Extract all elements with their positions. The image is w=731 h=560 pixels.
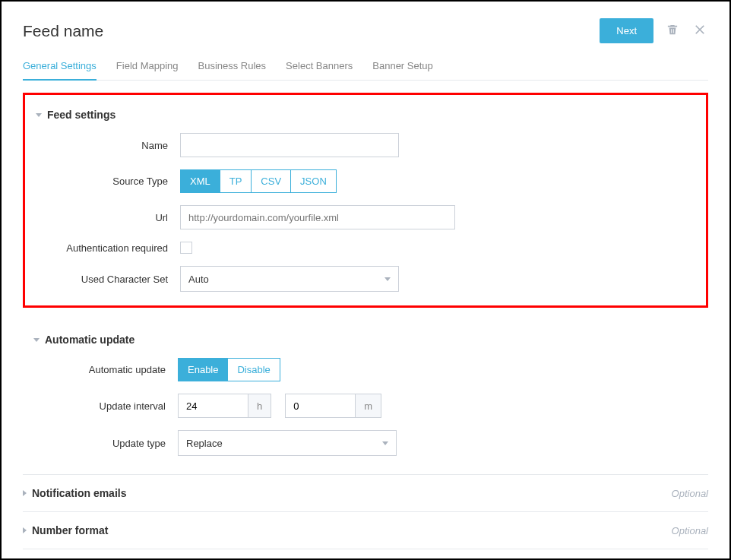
source-type-group: XML TP CSV JSON: [180, 169, 337, 193]
source-type-csv[interactable]: CSV: [251, 169, 291, 193]
minutes-unit: m: [355, 394, 381, 418]
tabs: General Settings Field Mapping Business …: [23, 60, 708, 81]
number-format-title: Number format: [32, 524, 108, 536]
source-type-json[interactable]: JSON: [290, 169, 337, 193]
url-input[interactable]: [180, 205, 455, 229]
feed-settings-title: Feed settings: [47, 109, 116, 121]
automatic-update-header[interactable]: Automatic update: [33, 334, 698, 346]
next-button[interactable]: Next: [600, 18, 653, 43]
update-type-select[interactable]: Replace: [178, 430, 397, 456]
charset-select[interactable]: Auto: [180, 266, 399, 292]
notification-emails-title: Notification emails: [32, 487, 126, 499]
source-type-xml[interactable]: XML: [180, 169, 220, 193]
chevron-down-icon: [36, 113, 42, 117]
chevron-right-icon: [23, 527, 27, 533]
optional-badge: Optional: [672, 525, 708, 536]
page-title: Feed name: [23, 22, 103, 40]
number-format-header[interactable]: Number format Optional: [23, 511, 708, 549]
chevron-right-icon: [23, 490, 27, 496]
feed-settings-section: Feed settings Name Source Type XML TP CS…: [23, 93, 708, 308]
trash-icon[interactable]: [664, 21, 681, 40]
update-type-value: Replace: [186, 438, 223, 449]
auth-checkbox[interactable]: [180, 242, 192, 254]
source-type-label: Source Type: [36, 176, 180, 187]
interval-hours-input[interactable]: [178, 394, 248, 418]
automatic-update-section: Automatic update Automatic update Enable…: [23, 320, 708, 474]
hours-unit: h: [248, 394, 271, 418]
auto-update-disable[interactable]: Disable: [227, 358, 280, 381]
tab-select-banners[interactable]: Select Banners: [286, 60, 353, 80]
auth-label: Authentication required: [36, 242, 180, 254]
charset-value: Auto: [188, 274, 209, 285]
name-label: Name: [36, 140, 180, 151]
name-input[interactable]: [180, 133, 399, 157]
source-type-tp[interactable]: TP: [220, 169, 252, 193]
feed-settings-header[interactable]: Feed settings: [36, 109, 695, 121]
tab-business-rules[interactable]: Business Rules: [198, 60, 267, 80]
charset-label: Used Character Set: [36, 274, 180, 285]
chevron-down-icon: [384, 277, 391, 281]
auto-update-toggle-group: Enable Disable: [178, 358, 280, 381]
close-icon[interactable]: [691, 21, 708, 40]
notification-emails-header[interactable]: Notification emails Optional: [23, 474, 708, 511]
auto-update-toggle-label: Automatic update: [33, 364, 178, 375]
chevron-down-icon: [382, 441, 388, 445]
chevron-down-icon: [33, 338, 40, 342]
tab-general-settings[interactable]: General Settings: [23, 60, 97, 81]
interval-minutes-input[interactable]: [285, 394, 355, 418]
auto-update-enable[interactable]: Enable: [178, 358, 228, 381]
tab-banner-setup[interactable]: Banner Setup: [372, 60, 433, 80]
update-type-label: Update type: [33, 438, 178, 449]
interval-label: Update interval: [33, 400, 178, 412]
tab-field-mapping[interactable]: Field Mapping: [116, 60, 179, 80]
url-label: Url: [36, 212, 180, 223]
automatic-update-title: Automatic update: [45, 334, 134, 346]
optional-badge: Optional: [672, 488, 708, 499]
